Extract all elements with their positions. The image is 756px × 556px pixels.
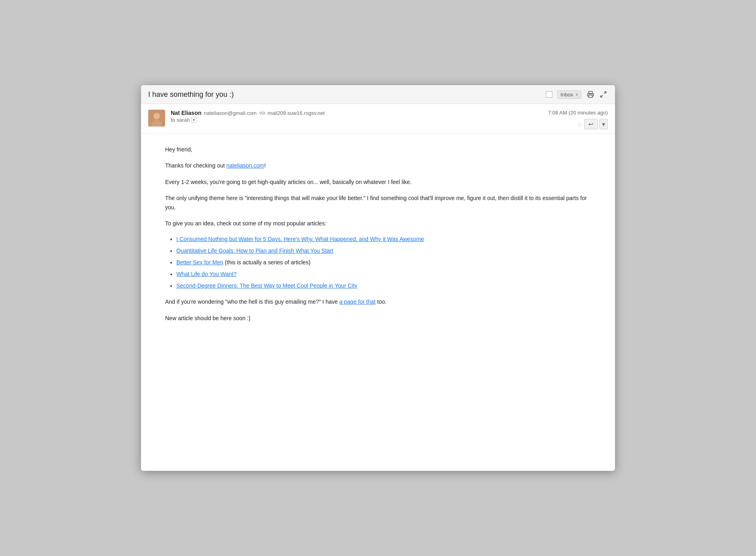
svg-point-3 — [153, 113, 160, 119]
sender-email: nateliason@gmail.com — [204, 110, 257, 116]
paragraph-1: Thanks for checking out nateliason.com! — [165, 161, 591, 170]
paragraph-3: The only unifying theme here is "interes… — [165, 194, 591, 212]
paragraph-6: New article should be here soon :) — [165, 314, 591, 323]
popout-button[interactable] — [599, 90, 608, 99]
paragraph-4: To give you an idea, check out some of m… — [165, 219, 591, 228]
title-actions — [586, 90, 608, 99]
to-name: sarah — [177, 117, 190, 123]
inbox-tag-close[interactable]: x — [576, 92, 578, 97]
para5-prefix: And if you're wondering "who the hell is… — [165, 298, 339, 305]
print-button[interactable] — [586, 90, 595, 99]
article-3-suffix: (this is actually a series of articles) — [223, 259, 311, 266]
nateliason-link[interactable]: nateliason.com — [227, 162, 264, 169]
email-action-buttons: ☆ ↩ ▾ — [577, 119, 608, 129]
inbox-tag[interactable]: Inbox x — [557, 90, 581, 99]
para1-prefix: Thanks for checking out — [165, 162, 227, 169]
email-body: Hey friend, Thanks for checking out nate… — [141, 134, 615, 346]
article-link-2[interactable]: Quantitative Life Goals: How to Plan and… — [176, 247, 333, 254]
article-link-1[interactable]: I Consumed Nothing but Water for 5 Days.… — [176, 236, 424, 242]
avatar-image — [148, 110, 165, 127]
list-item: I Consumed Nothing but Water for 5 Days.… — [176, 235, 591, 243]
email-window: I have something for you :) Inbox x — [141, 85, 615, 471]
sender-name: Nat Eliason — [171, 110, 201, 116]
list-item: Second-Degree Dinners: The Best Way to M… — [176, 282, 591, 290]
title-bar: I have something for you :) Inbox x — [141, 85, 615, 104]
select-checkbox[interactable] — [546, 91, 552, 98]
to-prefix: to — [171, 117, 175, 123]
to-line: to sarah ▾ — [171, 117, 542, 123]
list-item: Quantitative Life Goals: How to Plan and… — [176, 247, 591, 255]
article-link-4[interactable]: What Life do You Want? — [176, 271, 237, 277]
about-page-link[interactable]: a page for that — [339, 298, 376, 305]
to-dropdown[interactable]: ▾ — [191, 117, 197, 123]
email-time: 7:08 AM (20 minutes ago) — [548, 110, 608, 116]
article-link-3[interactable]: Better Sex for Men — [176, 259, 223, 266]
more-button[interactable]: ▾ — [599, 119, 608, 129]
article-link-5[interactable]: Second-Degree Dinners: The Best Way to M… — [176, 282, 358, 289]
reply-button[interactable]: ↩ — [584, 119, 598, 129]
list-item: Better Sex for Men (this is actually a s… — [176, 258, 591, 267]
greeting: Hey friend, — [165, 145, 591, 154]
avatar — [148, 110, 165, 127]
email-subject: I have something for you :) — [148, 90, 541, 99]
via-label: via — [259, 110, 265, 116]
list-item: What Life do You Want? — [176, 270, 591, 278]
inbox-tag-label: Inbox — [560, 92, 573, 98]
paragraph-5: And if you're wondering "who the hell is… — [165, 297, 591, 306]
para5-suffix: too. — [376, 298, 386, 305]
articles-list: I Consumed Nothing but Water for 5 Days.… — [176, 235, 591, 290]
star-button[interactable]: ☆ — [577, 121, 582, 128]
email-header: Nat Eliason nateliason@gmail.com via mai… — [141, 104, 615, 134]
para1-suffix: ! — [264, 162, 266, 169]
sender-row: Nat Eliason nateliason@gmail.com via mai… — [171, 110, 542, 116]
email-meta: 7:08 AM (20 minutes ago) ☆ ↩ ▾ — [548, 110, 608, 129]
sender-info: Nat Eliason nateliason@gmail.com via mai… — [171, 110, 542, 123]
svg-rect-1 — [589, 95, 593, 98]
paragraph-2: Every 1-2 weeks, you're going to get hig… — [165, 178, 591, 186]
via-server: mail209.suw16.rsgsv.net — [268, 110, 325, 116]
